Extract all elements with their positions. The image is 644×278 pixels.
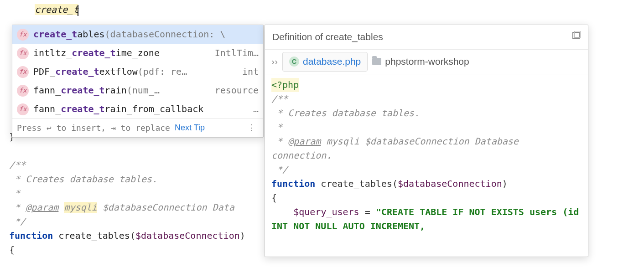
project-chip[interactable]: phpstorm-workshop	[372, 54, 469, 69]
completion-item[interactable]: fx create_tables(databaseConnection: \	[12, 25, 263, 44]
docblock-open: /**	[9, 160, 26, 170]
keyword-function: function	[9, 230, 53, 241]
doc-param-tag: @param	[26, 202, 58, 213]
definition-code[interactable]: <?php /** * Creates database tables. * *…	[265, 74, 588, 257]
completion-item[interactable]: fx intltz_create_time_zone IntlTim…	[12, 44, 263, 62]
file-name: database.php	[303, 54, 361, 69]
text-cursor	[78, 5, 78, 16]
typed-text: create_t	[35, 4, 78, 15]
function-icon: fx	[17, 85, 29, 97]
doc-line: *	[9, 188, 20, 199]
function-icon: fx	[17, 29, 29, 41]
chevron-right-icon: ››	[271, 54, 278, 69]
pin-icon[interactable]	[571, 30, 581, 45]
definition-breadcrumb: ›› C database.php phpstorm-workshop	[265, 50, 588, 74]
completion-item[interactable]: fx fann_create_train_from_callback …	[12, 100, 263, 118]
more-icon[interactable]: ⋮	[245, 122, 259, 134]
definition-panel[interactable]: Definition of create_tables ›› C databas…	[265, 25, 588, 257]
doc-param-type: mysqli	[64, 202, 97, 213]
function-icon: fx	[17, 66, 29, 78]
file-chip[interactable]: C database.php	[282, 52, 368, 72]
param-var: $databaseConnection	[135, 230, 240, 241]
code-editor[interactable]: create_t } /** * Creates database tables…	[0, 0, 644, 278]
function-icon: fx	[17, 103, 29, 115]
folder-icon	[372, 58, 381, 65]
completion-item[interactable]: fx PDF_create_textflow(pdf: re… int	[12, 62, 263, 81]
php-open-tag: <?php	[271, 78, 299, 92]
definition-title: Definition of create_tables	[272, 30, 383, 45]
function-icon: fx	[17, 47, 29, 59]
code-completion-popup[interactable]: fx create_tables(databaseConnection: \ f…	[12, 25, 264, 138]
definition-header: Definition of create_tables	[265, 25, 588, 50]
class-icon: C	[289, 57, 299, 67]
function-name: create_tables	[53, 230, 130, 241]
insert-replace-hint: Press ↩ to insert, ⇥ to replace	[17, 122, 170, 134]
project-name: phpstorm-workshop	[385, 54, 469, 69]
doc-param-pre: *	[9, 202, 26, 213]
next-tip-link[interactable]: Next Tip	[175, 122, 205, 134]
doc-line: * Creates database tables.	[9, 174, 157, 185]
completion-item[interactable]: fx fann_create_train(num_… resource	[12, 81, 263, 100]
completion-footer: Press ↩ to insert, ⇥ to replace Next Tip…	[12, 118, 263, 137]
doc-param-rest: $databaseConnection Data	[97, 202, 234, 213]
docblock-close: */	[9, 216, 26, 227]
